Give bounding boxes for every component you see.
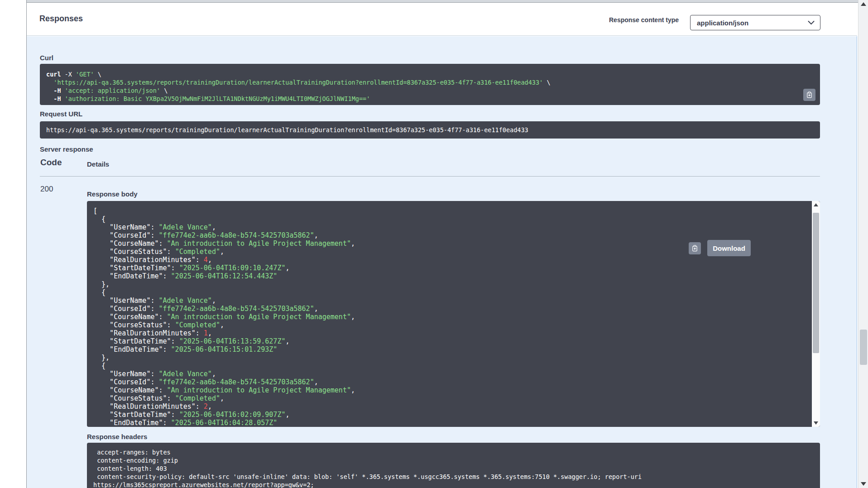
responses-header-band: Responses Response content type applicat… xyxy=(27,3,857,36)
response-body-scroll-thumb[interactable] xyxy=(813,213,819,353)
response-headers-block: accept-ranges: bytes content-encoding: g… xyxy=(87,443,820,488)
curl-command-block: curl -X 'GET' \ 'https://api-qa.365.syst… xyxy=(40,64,820,105)
scroll-down-arrow-icon[interactable] xyxy=(812,420,820,427)
code-column-header: Code xyxy=(40,158,62,167)
clipboard-icon xyxy=(806,91,813,98)
response-headers-label: Response headers xyxy=(87,433,147,440)
server-response-label: Server response xyxy=(40,145,93,153)
request-url-label: Request URL xyxy=(40,110,82,118)
page-scrollbar[interactable] xyxy=(858,0,868,488)
download-button[interactable]: Download xyxy=(707,240,751,256)
top-divider xyxy=(26,0,858,3)
request-url-block: https://api-qa.365.systems/reports/train… xyxy=(40,121,820,139)
details-column-header: Details xyxy=(87,160,109,168)
response-body-json: [ { "UserName": "Adele Vance", "CourseId… xyxy=(87,201,820,427)
page-scroll-down-arrow-icon[interactable] xyxy=(858,480,868,488)
response-content-type-label: Response content type xyxy=(609,16,679,24)
page-scroll-up-arrow-icon[interactable] xyxy=(858,0,868,8)
swagger-responses-page: Responses Response content type applicat… xyxy=(0,0,868,488)
responses-panel: Curl curl -X 'GET' \ 'https://api-qa.365… xyxy=(27,36,857,488)
request-url-text: https://api-qa.365.systems/reports/train… xyxy=(46,126,814,134)
scroll-up-arrow-icon[interactable] xyxy=(812,201,820,208)
table-header-rule xyxy=(40,176,820,177)
curl-command-text: curl -X 'GET' \ 'https://api-qa.365.syst… xyxy=(46,70,814,103)
response-content-type-select[interactable]: application/json xyxy=(690,15,820,30)
clipboard-icon xyxy=(691,245,698,252)
copy-curl-button[interactable] xyxy=(803,89,815,101)
response-body-label: Response body xyxy=(87,190,138,198)
curl-label: Curl xyxy=(40,54,53,62)
page-scroll-thumb[interactable] xyxy=(860,330,867,365)
response-headers-text: accept-ranges: bytes content-encoding: g… xyxy=(87,443,820,488)
response-body-scrollbar[interactable] xyxy=(812,201,820,427)
status-code: 200 xyxy=(40,185,53,194)
response-content-type-select-wrap: application/json xyxy=(690,15,820,30)
copy-response-body-button[interactable] xyxy=(689,242,701,254)
responses-title: Responses xyxy=(39,14,83,24)
response-body-block[interactable]: [ { "UserName": "Adele Vance", "CourseId… xyxy=(87,201,820,427)
